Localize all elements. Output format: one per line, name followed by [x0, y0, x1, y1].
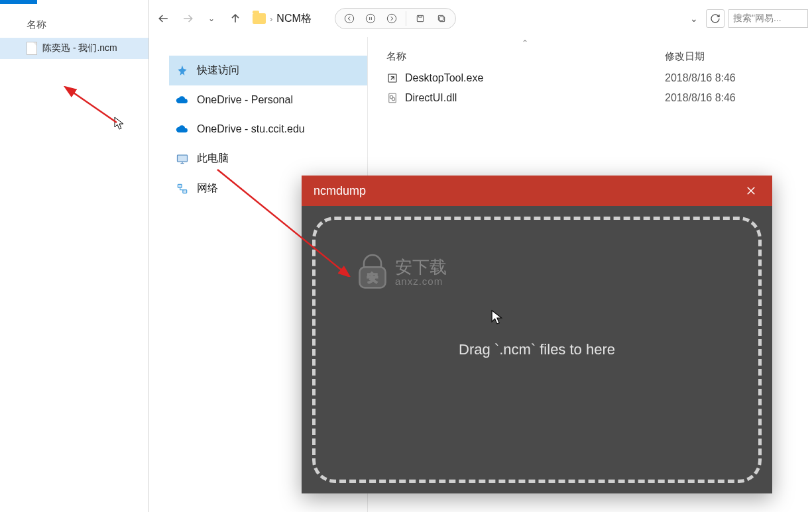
ncmdump-body: 安 安下载 anxz.com Drag `.ncm` files to here: [302, 206, 772, 493]
left-file-name: 陈奕迅 - 我们.ncm: [42, 42, 117, 54]
chevron-right-icon: ›: [270, 14, 272, 24]
cloud-icon: [176, 123, 189, 136]
save-button[interactable]: [410, 10, 430, 27]
sort-indicator-icon[interactable]: ⌃: [522, 38, 528, 48]
close-button[interactable]: [742, 181, 760, 200]
dropzone-text: Drag `.ncm` files to here: [459, 341, 615, 358]
lock-icon: 安: [355, 253, 390, 291]
ncmdump-titlebar[interactable]: ncmdump: [302, 176, 772, 206]
toolbar-right-controls: ⌄ 搜索"网易...: [686, 9, 808, 28]
address-dropdown-button[interactable]: ⌄: [686, 11, 702, 26]
refresh-button[interactable]: [706, 9, 725, 28]
media-controls-pill: [335, 8, 456, 29]
watermark-subtitle: anxz.com: [395, 276, 447, 287]
table-row[interactable]: DirectUI.dll 2018/8/16 8:46: [368, 88, 812, 108]
divider: [406, 11, 406, 26]
left-explorer-panel: 名称 陈奕迅 - 我们.ncm: [0, 0, 149, 512]
pin-icon: [176, 64, 189, 77]
svg-rect-8: [183, 189, 187, 193]
left-column-header: 名称: [0, 0, 148, 38]
column-header-name[interactable]: 名称: [386, 50, 665, 63]
svg-rect-3: [417, 15, 423, 21]
svg-rect-4: [439, 17, 444, 21]
cursor-icon: [491, 309, 504, 331]
back-button[interactable]: [154, 9, 173, 28]
nav-quick-label: 快速访问: [197, 64, 239, 77]
copy-button[interactable]: [432, 10, 451, 27]
search-placeholder: 搜索"网易...: [733, 13, 782, 25]
shortcut-icon: [386, 72, 398, 84]
file-icon: [27, 42, 37, 55]
search-input[interactable]: 搜索"网易...: [728, 9, 808, 28]
breadcrumb[interactable]: › NCM格: [250, 12, 314, 26]
svg-point-2: [387, 14, 396, 23]
pc-icon: [176, 152, 189, 166]
svg-text:安: 安: [367, 272, 378, 283]
ncmdump-window: ncmdump 安 安下载 anxz.com Drag `.ncm` f: [302, 176, 772, 493]
column-header-date[interactable]: 修改日期: [665, 50, 784, 63]
file-date: 2018/8/16 8:46: [665, 72, 784, 84]
table-row[interactable]: DesktopTool.exe 2018/8/16 8:46: [368, 68, 812, 88]
file-name: DirectUI.dll: [405, 92, 457, 104]
file-date: 2018/8/16 8:46: [665, 92, 784, 104]
nav-onedrive2-label: OneDrive - stu.ccit.edu: [197, 123, 305, 135]
left-file-row[interactable]: 陈奕迅 - 我们.ncm: [0, 38, 148, 59]
nav-network-label: 网络: [197, 181, 218, 195]
window-accent-bar: [0, 0, 149, 4]
nav-pc-label: 此电脑: [197, 152, 229, 166]
dll-icon: [386, 92, 398, 104]
svg-rect-5: [438, 15, 443, 20]
pause-button[interactable]: [361, 10, 380, 27]
svg-point-0: [345, 14, 353, 23]
sidebar-item-onedrive-personal[interactable]: OneDrive - Personal: [169, 85, 367, 115]
explorer-toolbar: ⌄ › NCM格 ⌄ 搜索"网易...: [149, 0, 812, 37]
recent-dropdown-button[interactable]: ⌄: [202, 9, 221, 28]
column-headers: ⌃ 名称 修改日期: [368, 37, 812, 68]
skip-forward-button[interactable]: [382, 10, 402, 27]
skip-back-button[interactable]: [339, 10, 359, 27]
svg-point-1: [366, 14, 375, 23]
ncmdump-title: ncmdump: [314, 184, 366, 198]
watermark-title: 安下载: [395, 258, 447, 276]
svg-rect-7: [178, 184, 182, 187]
network-icon: [176, 182, 189, 195]
ncmdump-dropzone[interactable]: 安 安下载 anxz.com Drag `.ncm` files to here: [312, 217, 762, 483]
up-button[interactable]: [226, 9, 245, 28]
svg-rect-6: [178, 155, 188, 162]
forward-button[interactable]: [178, 9, 197, 28]
sidebar-item-this-pc[interactable]: 此电脑: [169, 144, 367, 174]
cloud-icon: [176, 93, 189, 107]
file-name: DesktopTool.exe: [405, 72, 483, 84]
watermark: 安 安下载 anxz.com: [355, 253, 447, 291]
cursor-icon: [114, 117, 126, 134]
nav-onedrive1-label: OneDrive - Personal: [197, 94, 293, 106]
sidebar-item-onedrive-edu[interactable]: OneDrive - stu.ccit.edu: [169, 115, 367, 144]
sidebar-item-quick-access[interactable]: 快速访问: [169, 56, 367, 85]
folder-icon: [253, 13, 266, 24]
breadcrumb-folder[interactable]: NCM格: [276, 12, 311, 26]
